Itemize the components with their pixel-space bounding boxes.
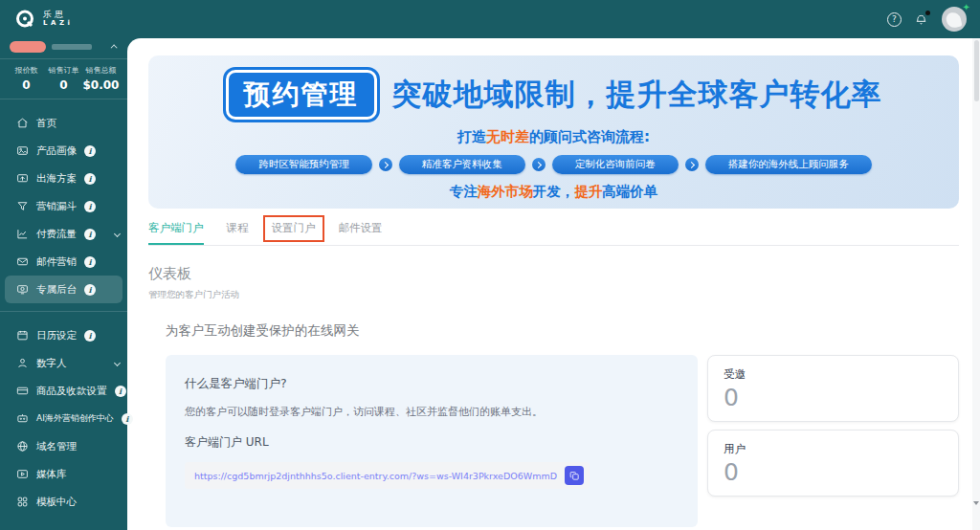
lazi-logo: 乐思 LAZi	[13, 8, 73, 31]
tab-client-portal[interactable]: 客户端门户	[148, 221, 204, 245]
step-pill: 定制化咨询前问卷	[552, 155, 679, 174]
page-subtitle: 管理您的客户门户活动	[148, 289, 959, 301]
sidebar-nav: 首页 产品画像 i 出海方案 i 营销漏斗 i 付费流量 i 邮件营销 i	[0, 109, 127, 516]
chart-icon	[16, 228, 29, 240]
top-header: 乐思 LAZi ? ✦	[0, 0, 980, 38]
sidebar-item-product-image[interactable]: 产品画像 i	[0, 137, 127, 165]
user-avatar[interactable]: ✦	[942, 7, 967, 32]
sidebar-item-email-marketing[interactable]: 邮件营销 i	[0, 248, 127, 276]
console-icon	[16, 283, 29, 296]
info-icon[interactable]: i	[84, 256, 96, 268]
portal-tabs: 客户端门户 课程 设置门户 邮件设置	[148, 221, 959, 246]
sidebar-item-digital-human[interactable]: 数字人	[0, 349, 127, 377]
mail-icon	[16, 255, 29, 268]
chevron-right-icon	[685, 158, 699, 171]
banner-tagline: 打造无时差的顾问式咨询流程:	[457, 128, 650, 146]
chevron-down-icon	[114, 231, 121, 237]
workspace-selector[interactable]	[0, 38, 127, 55]
step-pill: 跨时区智能预约管理	[235, 155, 372, 174]
sparkle-icon: ✦	[963, 2, 970, 12]
image-icon	[16, 144, 29, 157]
funnel-icon	[16, 200, 29, 212]
sidebar-item-exclusive-backend[interactable]: 专属后台 i	[5, 276, 122, 303]
notifications-bell-icon[interactable]	[914, 11, 929, 27]
annotation-highlight-box	[263, 215, 324, 242]
workspace-badge	[10, 41, 46, 53]
invited-stat-card: 受邀 0	[707, 355, 959, 422]
info-card-description: 您的客户可以随时登录客户端门户，访问课程、社区并监督他们的账单支出。	[185, 405, 679, 419]
chevron-right-icon	[379, 158, 392, 171]
tab-portal-settings[interactable]: 设置门户	[272, 221, 316, 243]
ship-icon	[16, 172, 29, 185]
portal-url-bar: https://cgd5bmrjp2djnthhhs5o.client-entr…	[185, 462, 590, 489]
promo-banner: 预约管理 突破地域限制，提升全球客户转化率 打造无时差的顾问式咨询流程: 跨时区…	[148, 55, 959, 209]
info-icon[interactable]: i	[84, 145, 96, 157]
tab-courses[interactable]: 课程	[227, 221, 249, 243]
avatar-image	[946, 11, 963, 30]
banner-headline: 突破地域限制，提升全球客户转化率	[392, 75, 882, 115]
client-portal-info-card: 什么是客户端门户? 您的客户可以随时登录客户端门户，访问课程、社区并监督他们的账…	[166, 355, 698, 527]
info-icon[interactable]: i	[84, 330, 96, 342]
stat-sales-total: 销售总额 $0.00	[82, 65, 120, 92]
stat-sales-orders: 销售订单 0	[45, 65, 82, 92]
help-icon[interactable]: ?	[887, 12, 902, 27]
section-title: 为客户互动创建受保护的在线网关	[166, 322, 959, 340]
grid-icon	[16, 496, 29, 508]
sidebar-item-home[interactable]: 首页	[0, 109, 127, 137]
sidebar-item-calendar-settings[interactable]: 日历设定 i	[0, 321, 127, 349]
page-title: 仪表板	[148, 265, 959, 283]
sidebar-item-template-center[interactable]: 模板中心	[0, 488, 127, 516]
users-stat-card: 用户 0	[707, 430, 959, 497]
sidebar: 报价数 0 销售订单 0 销售总额 $0.00 首页 产品画像 i 出海方案 i	[0, 38, 127, 530]
sidebar-divider	[0, 311, 127, 312]
copy-url-button[interactable]	[565, 466, 584, 485]
info-icon[interactable]: i	[84, 173, 96, 185]
workspace-name-redacted	[52, 44, 92, 50]
info-icon[interactable]: i	[122, 413, 133, 425]
sidebar-item-products-payments[interactable]: 商品及收款设置 i	[0, 377, 127, 405]
sidebar-item-domain-management[interactable]: 域名管理	[0, 432, 127, 460]
info-icon[interactable]: i	[115, 386, 126, 397]
sidebar-stats: 报价数 0 销售订单 0 销售总额 $0.00	[0, 58, 127, 99]
calendar-icon	[16, 329, 29, 342]
portal-url-link[interactable]: https://cgd5bmrjp2djnthhhs5o.client-entr…	[194, 471, 557, 481]
chevron-down-icon	[114, 360, 121, 366]
brand-name-en: LAZi	[43, 20, 73, 28]
step-pill: 搭建你的海外线上顾问服务	[705, 155, 872, 174]
media-icon	[16, 468, 29, 480]
chevron-up-icon	[111, 44, 118, 51]
scroll-down-arrow-icon[interactable]	[973, 501, 979, 505]
notification-dot	[925, 11, 930, 15]
vertical-scrollbar[interactable]	[972, 38, 980, 530]
sidebar-item-overseas-plan[interactable]: 出海方案 i	[0, 165, 127, 192]
sidebar-item-ai-creation-center[interactable]: AI海外营销创作中心 i	[0, 405, 127, 432]
portal-url-label: 客户端门户 URL	[185, 434, 679, 451]
info-icon[interactable]: i	[84, 229, 96, 240]
robot-icon	[16, 412, 29, 425]
card-icon	[16, 385, 29, 397]
copy-icon	[569, 471, 580, 481]
banner-badge: 预约管理	[226, 70, 377, 120]
main-panel: 预约管理 突破地域限制，提升全球客户转化率 打造无时差的顾问式咨询流程: 跨时区…	[127, 38, 980, 530]
stat-quotes: 报价数 0	[8, 65, 45, 92]
globe-icon	[16, 440, 29, 453]
sidebar-item-marketing-funnel[interactable]: 营销漏斗 i	[0, 192, 127, 220]
lazi-logo-icon	[13, 8, 36, 31]
info-icon[interactable]: i	[84, 284, 96, 296]
banner-footline: 专注海外市场开发，提升高端价单	[450, 183, 658, 201]
home-icon	[16, 117, 29, 129]
chevron-right-icon	[532, 158, 546, 171]
info-icon[interactable]: i	[84, 201, 96, 212]
info-card-question: 什么是客户端门户?	[185, 376, 679, 392]
step-pill: 精准客户资料收集	[399, 155, 525, 174]
sidebar-item-media-library[interactable]: 媒体库	[0, 460, 127, 488]
scrollbar-thumb[interactable]	[974, 40, 979, 101]
person-icon	[16, 357, 29, 369]
banner-steps: 跨时区智能预约管理 精准客户资料收集 定制化咨询前问卷 搭建你的海外线上顾问服务	[235, 155, 872, 174]
tab-email-settings[interactable]: 邮件设置	[339, 221, 383, 243]
sidebar-item-paid-traffic[interactable]: 付费流量 i	[0, 220, 127, 248]
